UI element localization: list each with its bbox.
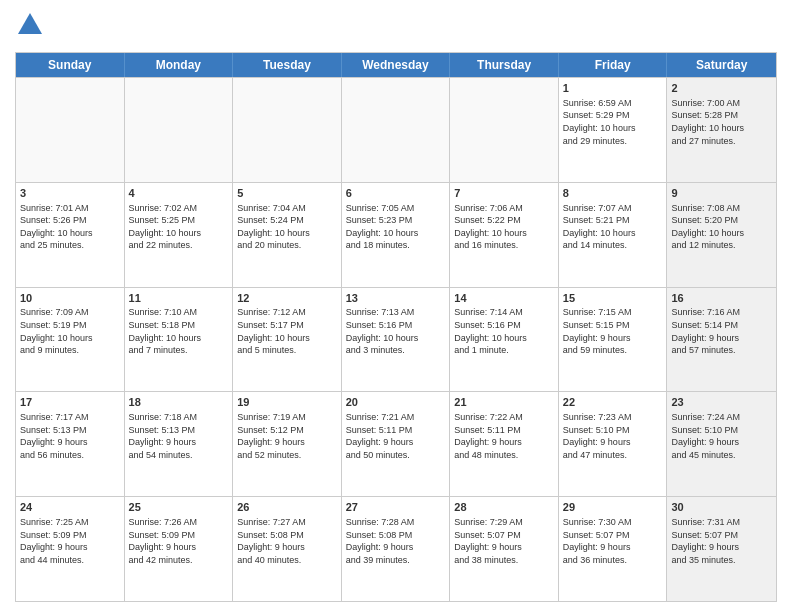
calendar-cell-day-17: 17Sunrise: 7:17 AMSunset: 5:13 PMDayligh… <box>16 392 125 496</box>
cell-text-line: and 35 minutes. <box>671 554 772 567</box>
cell-text-line: Sunset: 5:07 PM <box>563 529 663 542</box>
cell-text-line: and 25 minutes. <box>20 239 120 252</box>
day-number: 13 <box>346 291 446 306</box>
cell-text-line: Sunset: 5:07 PM <box>454 529 554 542</box>
page: SundayMondayTuesdayWednesdayThursdayFrid… <box>0 0 792 612</box>
cell-text-line: Sunrise: 7:15 AM <box>563 306 663 319</box>
cell-text-line: Sunset: 5:26 PM <box>20 214 120 227</box>
day-number: 16 <box>671 291 772 306</box>
cell-text-line: and 22 minutes. <box>129 239 229 252</box>
cell-text-line: and 56 minutes. <box>20 449 120 462</box>
cell-text-line: and 5 minutes. <box>237 344 337 357</box>
cell-text-line: and 14 minutes. <box>563 239 663 252</box>
cell-text-line: Sunset: 5:10 PM <box>671 424 772 437</box>
cell-text-line: Sunrise: 7:31 AM <box>671 516 772 529</box>
calendar-cell-day-23: 23Sunrise: 7:24 AMSunset: 5:10 PMDayligh… <box>667 392 776 496</box>
cell-text-line: Sunset: 5:07 PM <box>671 529 772 542</box>
day-number: 23 <box>671 395 772 410</box>
calendar-cell-day-5: 5Sunrise: 7:04 AMSunset: 5:24 PMDaylight… <box>233 183 342 287</box>
cell-text-line: Sunset: 5:13 PM <box>129 424 229 437</box>
weekday-header-sunday: Sunday <box>16 53 125 77</box>
cell-text-line: Sunset: 5:20 PM <box>671 214 772 227</box>
cell-text-line: and 9 minutes. <box>20 344 120 357</box>
logo <box>15 10 49 44</box>
cell-text-line: Sunset: 5:10 PM <box>563 424 663 437</box>
cell-text-line: and 57 minutes. <box>671 344 772 357</box>
cell-text-line: Sunrise: 7:23 AM <box>563 411 663 424</box>
day-number: 10 <box>20 291 120 306</box>
cell-text-line: Sunrise: 7:30 AM <box>563 516 663 529</box>
cell-text-line: Daylight: 10 hours <box>129 332 229 345</box>
cell-text-line: Sunset: 5:28 PM <box>671 109 772 122</box>
cell-text-line: and 47 minutes. <box>563 449 663 462</box>
weekday-header-tuesday: Tuesday <box>233 53 342 77</box>
day-number: 24 <box>20 500 120 515</box>
calendar-cell-day-20: 20Sunrise: 7:21 AMSunset: 5:11 PMDayligh… <box>342 392 451 496</box>
cell-text-line: Sunrise: 7:29 AM <box>454 516 554 529</box>
calendar-cell-empty-0-4 <box>450 78 559 182</box>
calendar-cell-day-1: 1Sunrise: 6:59 AMSunset: 5:29 PMDaylight… <box>559 78 668 182</box>
cell-text-line: Daylight: 10 hours <box>671 227 772 240</box>
cell-text-line: Sunrise: 7:04 AM <box>237 202 337 215</box>
cell-text-line: Daylight: 9 hours <box>563 436 663 449</box>
cell-text-line: Daylight: 10 hours <box>237 227 337 240</box>
cell-text-line: Sunrise: 7:16 AM <box>671 306 772 319</box>
day-number: 2 <box>671 81 772 96</box>
cell-text-line: Sunrise: 7:17 AM <box>20 411 120 424</box>
cell-text-line: Sunrise: 7:09 AM <box>20 306 120 319</box>
cell-text-line: Sunrise: 7:21 AM <box>346 411 446 424</box>
calendar-body: 1Sunrise: 6:59 AMSunset: 5:29 PMDaylight… <box>16 77 776 601</box>
cell-text-line: Sunrise: 7:02 AM <box>129 202 229 215</box>
cell-text-line: Sunrise: 7:22 AM <box>454 411 554 424</box>
cell-text-line: and 3 minutes. <box>346 344 446 357</box>
calendar-cell-day-27: 27Sunrise: 7:28 AMSunset: 5:08 PMDayligh… <box>342 497 451 601</box>
calendar-cell-day-26: 26Sunrise: 7:27 AMSunset: 5:08 PMDayligh… <box>233 497 342 601</box>
calendar-cell-day-14: 14Sunrise: 7:14 AMSunset: 5:16 PMDayligh… <box>450 288 559 392</box>
cell-text-line: Sunset: 5:17 PM <box>237 319 337 332</box>
cell-text-line: Daylight: 9 hours <box>346 541 446 554</box>
day-number: 20 <box>346 395 446 410</box>
calendar-cell-day-24: 24Sunrise: 7:25 AMSunset: 5:09 PMDayligh… <box>16 497 125 601</box>
day-number: 30 <box>671 500 772 515</box>
day-number: 21 <box>454 395 554 410</box>
day-number: 27 <box>346 500 446 515</box>
cell-text-line: Sunrise: 7:25 AM <box>20 516 120 529</box>
weekday-header-wednesday: Wednesday <box>342 53 451 77</box>
cell-text-line: Sunset: 5:24 PM <box>237 214 337 227</box>
calendar-cell-day-4: 4Sunrise: 7:02 AMSunset: 5:25 PMDaylight… <box>125 183 234 287</box>
cell-text-line: Sunrise: 7:19 AM <box>237 411 337 424</box>
calendar-cell-day-3: 3Sunrise: 7:01 AMSunset: 5:26 PMDaylight… <box>16 183 125 287</box>
calendar-row-4: 24Sunrise: 7:25 AMSunset: 5:09 PMDayligh… <box>16 496 776 601</box>
cell-text-line: Sunrise: 6:59 AM <box>563 97 663 110</box>
cell-text-line: and 36 minutes. <box>563 554 663 567</box>
cell-text-line: Daylight: 10 hours <box>20 227 120 240</box>
cell-text-line: Daylight: 9 hours <box>454 541 554 554</box>
cell-text-line: Sunrise: 7:07 AM <box>563 202 663 215</box>
day-number: 29 <box>563 500 663 515</box>
cell-text-line: and 42 minutes. <box>129 554 229 567</box>
cell-text-line: Sunset: 5:15 PM <box>563 319 663 332</box>
cell-text-line: Daylight: 9 hours <box>563 332 663 345</box>
cell-text-line: Sunset: 5:19 PM <box>20 319 120 332</box>
cell-text-line: Sunset: 5:29 PM <box>563 109 663 122</box>
cell-text-line: Daylight: 9 hours <box>129 541 229 554</box>
cell-text-line: Daylight: 10 hours <box>671 122 772 135</box>
day-number: 25 <box>129 500 229 515</box>
calendar-cell-day-8: 8Sunrise: 7:07 AMSunset: 5:21 PMDaylight… <box>559 183 668 287</box>
cell-text-line: Sunset: 5:23 PM <box>346 214 446 227</box>
calendar-cell-empty-0-1 <box>125 78 234 182</box>
cell-text-line: and 29 minutes. <box>563 135 663 148</box>
calendar-cell-day-18: 18Sunrise: 7:18 AMSunset: 5:13 PMDayligh… <box>125 392 234 496</box>
cell-text-line: and 16 minutes. <box>454 239 554 252</box>
cell-text-line: Sunrise: 7:05 AM <box>346 202 446 215</box>
header <box>15 10 777 44</box>
calendar-cell-day-30: 30Sunrise: 7:31 AMSunset: 5:07 PMDayligh… <box>667 497 776 601</box>
calendar-cell-day-29: 29Sunrise: 7:30 AMSunset: 5:07 PMDayligh… <box>559 497 668 601</box>
cell-text-line: Sunrise: 7:00 AM <box>671 97 772 110</box>
cell-text-line: and 45 minutes. <box>671 449 772 462</box>
calendar-cell-day-12: 12Sunrise: 7:12 AMSunset: 5:17 PMDayligh… <box>233 288 342 392</box>
calendar-cell-day-19: 19Sunrise: 7:19 AMSunset: 5:12 PMDayligh… <box>233 392 342 496</box>
cell-text-line: Daylight: 9 hours <box>346 436 446 449</box>
calendar-row-3: 17Sunrise: 7:17 AMSunset: 5:13 PMDayligh… <box>16 391 776 496</box>
cell-text-line: Sunrise: 7:26 AM <box>129 516 229 529</box>
